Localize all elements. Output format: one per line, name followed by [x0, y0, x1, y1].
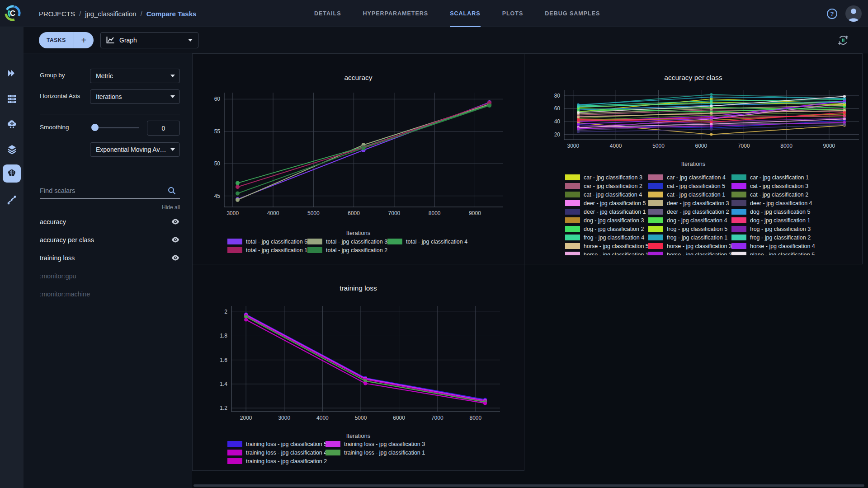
find-scalars-input[interactable] — [40, 185, 180, 199]
metric-row-monitor-machine[interactable]: :monitor:machine — [24, 285, 192, 303]
sidebar-item-workers[interactable] — [2, 114, 22, 134]
legend-item[interactable]: car - jpg classification 3 — [565, 173, 648, 182]
legend-item[interactable]: dog - jpg classification 3 — [565, 216, 648, 225]
tab-hyperparameters[interactable]: HYPERPARAMETERS — [363, 0, 429, 27]
legend-item[interactable]: training loss - jpg classification 1 — [326, 448, 424, 457]
breadcrumb-project-name[interactable]: jpg_classification — [85, 10, 136, 18]
horizontal-scrollbar[interactable] — [193, 484, 864, 487]
smoothing-value-input[interactable] — [147, 121, 180, 136]
metric-row-accuracy[interactable]: accuracy — [24, 213, 192, 231]
smoothing-slider[interactable] — [93, 127, 139, 128]
legend-swatch — [648, 235, 663, 240]
legend-item[interactable]: horse - jpg classification 5 — [565, 242, 648, 250]
legend-item[interactable]: car - jpg classification 2 — [565, 182, 648, 190]
visibility-eye-icon[interactable] — [171, 254, 180, 261]
metric-list: accuracy accuracy per class training los… — [24, 213, 192, 303]
legend-item[interactable]: total - jpg classification 1 — [227, 246, 307, 254]
sidebar-item-datasets[interactable] — [2, 139, 22, 159]
legend-item[interactable]: frog - jpg classification 3 — [731, 225, 815, 233]
legend-swatch — [648, 200, 663, 206]
sidebar-item-projects[interactable] — [2, 63, 22, 83]
tab-bar: DETAILS HYPERPARAMETERS SCALARS PLOTS DE… — [314, 0, 600, 27]
metric-row-monitor-gpu[interactable]: :monitor:gpu — [24, 267, 192, 285]
legend-item[interactable]: total - jpg classification 5 — [227, 237, 307, 246]
legend-item[interactable]: training loss - jpg classification 5 — [227, 440, 326, 448]
legend-item[interactable]: frog - jpg classification 2 — [731, 233, 815, 242]
tab-scalars[interactable]: SCALARS — [450, 0, 480, 27]
legend-item[interactable]: cat - jpg classification 2 — [731, 190, 815, 199]
legend-label: training loss - jpg classification 4 — [246, 450, 327, 456]
legend-label: frog - jpg classification 1 — [667, 235, 727, 241]
legend-swatch — [731, 174, 746, 180]
accuracy-per-class-plot[interactable]: 300040005000600070008000900020406080 — [524, 86, 863, 158]
legend-item[interactable]: deer - jpg classification 1 — [565, 207, 648, 216]
tab-details[interactable]: DETAILS — [314, 0, 341, 27]
legend-item[interactable]: car - jpg classification 1 — [731, 173, 815, 182]
legend-item[interactable]: deer - jpg classification 3 — [648, 199, 731, 207]
legend-item[interactable]: horse - jpg classification 4 — [731, 242, 815, 250]
legend-label: deer - jpg classification 4 — [750, 200, 812, 206]
legend-item[interactable]: training loss - jpg classification 3 — [326, 440, 424, 448]
legend-item[interactable]: total - jpg classification 3 — [307, 237, 387, 246]
help-icon[interactable]: ? — [827, 9, 837, 19]
legend-item[interactable]: plane - jpg classification 5 — [731, 250, 815, 255]
metric-row-training-loss[interactable]: training loss — [24, 249, 192, 267]
training-loss-plot[interactable]: 20003000400050006000700080001.21.41.61.8… — [193, 296, 525, 431]
legend-item[interactable]: cat - jpg classification 4 — [565, 190, 648, 199]
visibility-eye-icon[interactable] — [171, 218, 180, 225]
legend-item[interactable]: dog - jpg classification 5 — [731, 207, 815, 216]
legend-item[interactable]: horse - jpg classification 3 — [648, 242, 731, 250]
legend-swatch — [648, 174, 663, 180]
legend-item[interactable]: training loss - jpg classification 4 — [227, 448, 326, 457]
svg-text:6000: 6000 — [348, 210, 360, 216]
clearml-logo-icon[interactable]: C — [4, 4, 22, 22]
svg-text:6000: 6000 — [695, 143, 708, 149]
search-icon[interactable] — [167, 186, 176, 195]
add-task-button[interactable]: + — [74, 32, 94, 48]
sidebar-item-queues[interactable] — [2, 89, 22, 108]
legend-item[interactable]: dog - jpg classification 4 — [648, 216, 731, 225]
legend-item[interactable]: deer - jpg classification 5 — [565, 199, 648, 207]
legend-item[interactable]: total - jpg classification 2 — [307, 246, 387, 254]
accuracy-plot[interactable]: 300040005000600070008000900045505560 — [193, 85, 525, 228]
legend-item[interactable]: car - jpg classification 4 — [648, 173, 731, 182]
legend-item[interactable]: horse - jpg classification 2 — [648, 250, 731, 255]
view-mode-select[interactable]: Graph — [100, 32, 198, 48]
tasks-button[interactable]: TASKS — [39, 32, 74, 48]
user-avatar[interactable] — [845, 5, 862, 22]
svg-text:1.2: 1.2 — [220, 405, 227, 411]
legend-item[interactable]: dog - jpg classification 2 — [565, 225, 648, 233]
tab-plots[interactable]: PLOTS — [502, 0, 524, 27]
legend-swatch — [731, 252, 746, 255]
legend-item[interactable]: frog - jpg classification 4 — [565, 233, 648, 242]
legend-item[interactable]: cat - jpg classification 3 — [731, 182, 815, 190]
legend-label: frog - jpg classification 2 — [750, 235, 811, 241]
metric-row-accuracy-per-class[interactable]: accuracy per class — [24, 231, 192, 249]
legend-swatch — [731, 192, 746, 197]
smoothing-slider-handle[interactable] — [91, 124, 99, 131]
legend-item[interactable]: cat - jpg classification 1 — [648, 190, 731, 199]
sidebar-item-pipelines[interactable] — [2, 190, 22, 210]
breadcrumb-separator: / — [79, 10, 81, 18]
breadcrumb-projects[interactable]: PROJECTS — [39, 10, 75, 18]
smoothing-type-select[interactable]: Exponential Moving Av… — [90, 142, 180, 157]
legend-item[interactable]: dog - jpg classification 1 — [731, 216, 815, 225]
legend-item[interactable]: training loss - jpg classification 2 — [227, 457, 326, 465]
legend-item[interactable]: frog - jpg classification 1 — [648, 233, 731, 242]
tab-debug-samples[interactable]: DEBUG SAMPLES — [545, 0, 600, 27]
visibility-eye-icon[interactable] — [171, 236, 180, 243]
group-by-select[interactable]: Metric — [90, 69, 180, 83]
legend-label: cat - jpg classification 1 — [667, 192, 725, 198]
legend-item[interactable]: horse - jpg classification 1 — [565, 250, 648, 255]
hide-all-link[interactable]: Hide all — [162, 204, 180, 211]
legend-item[interactable]: cat - jpg classification 5 — [648, 182, 731, 190]
legend-item[interactable]: deer - jpg classification 2 — [648, 207, 731, 216]
legend-item[interactable]: frog - jpg classification 5 — [648, 225, 731, 233]
metric-label: :monitor:gpu — [40, 272, 76, 280]
legend-item[interactable]: deer - jpg classification 4 — [731, 199, 815, 207]
legend-item[interactable]: total - jpg classification 4 — [387, 237, 467, 246]
sidebar-item-models[interactable] — [3, 164, 21, 183]
auto-refresh-toggle-icon[interactable] — [837, 34, 849, 46]
svg-text:6000: 6000 — [393, 415, 405, 421]
horizontal-axis-select[interactable]: Iterations — [90, 89, 180, 104]
